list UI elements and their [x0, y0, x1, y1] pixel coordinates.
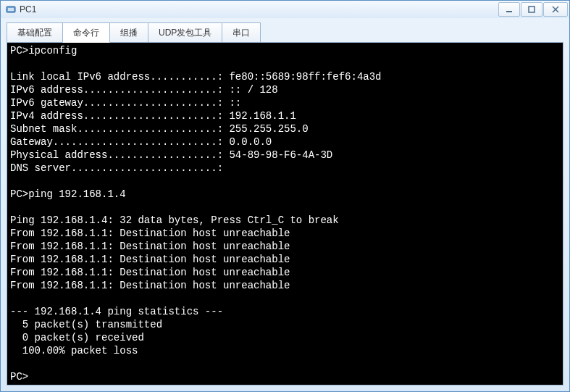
- maximize-icon: [528, 6, 535, 13]
- tab-label: 串口: [232, 27, 250, 39]
- terminal-line: DNS server........................:: [10, 162, 223, 174]
- terminal-line: Gateway...........................: 0.0.…: [10, 136, 272, 148]
- minimize-button[interactable]: [498, 2, 520, 17]
- terminal-line: From 192.168.1.1: Destination host unrea…: [10, 267, 290, 278]
- tab-basic-config[interactable]: 基础配置: [7, 22, 63, 43]
- svg-rect-1: [8, 8, 14, 11]
- window-controls: [498, 2, 568, 17]
- terminal-line: Physical address..................: 54-8…: [10, 149, 332, 161]
- terminal-line: From 192.168.1.1: Destination host unrea…: [10, 280, 290, 291]
- app-icon: [5, 4, 17, 15]
- tab-udp-tool[interactable]: UDP发包工具: [148, 22, 222, 43]
- terminal-line: From 192.168.1.1: Destination host unrea…: [10, 254, 290, 265]
- app-window: PC1 基础配置 命令行 组播 UDP发包工具 串口 PC>ipconfig L…: [0, 0, 570, 392]
- terminal-line: Subnet mask.......................: 255.…: [10, 123, 309, 135]
- minimize-icon: [506, 6, 513, 13]
- terminal-line: --- 192.168.1.4 ping statistics ---: [10, 306, 223, 317]
- close-icon: [552, 6, 559, 13]
- tab-bar: 基础配置 命令行 组播 UDP发包工具 串口: [7, 22, 563, 43]
- terminal-line: From 192.168.1.1: Destination host unrea…: [10, 241, 290, 252]
- client-area: 基础配置 命令行 组播 UDP发包工具 串口 PC>ipconfig Link …: [1, 18, 569, 391]
- window-title: PC1: [20, 4, 498, 14]
- tab-command-line[interactable]: 命令行: [62, 22, 110, 43]
- terminal-line: PC>: [10, 371, 28, 383]
- terminal-line: 0 packet(s) received: [10, 332, 144, 343]
- titlebar[interactable]: PC1: [1, 1, 569, 18]
- terminal-panel: PC>ipconfig Link local IPv6 address.....…: [7, 42, 563, 385]
- tab-label: 组播: [120, 27, 138, 39]
- terminal-line: PC>ping 192.168.1.4: [10, 188, 126, 200]
- close-button[interactable]: [543, 2, 568, 17]
- maximize-button[interactable]: [521, 2, 542, 17]
- tab-label: 基础配置: [17, 27, 52, 39]
- svg-rect-3: [529, 7, 535, 12]
- terminal-line: IPv6 address......................: :: /…: [10, 84, 278, 96]
- tab-label: UDP发包工具: [159, 27, 211, 39]
- terminal-output[interactable]: PC>ipconfig Link local IPv6 address.....…: [7, 43, 563, 385]
- tab-serial[interactable]: 串口: [222, 22, 261, 43]
- terminal-line: From 192.168.1.1: Destination host unrea…: [10, 228, 290, 239]
- tab-label: 命令行: [73, 27, 99, 39]
- terminal-line: IPv4 address......................: 192.…: [10, 110, 296, 122]
- terminal-line: 5 packet(s) transmitted: [10, 319, 162, 330]
- terminal-line: Ping 192.168.1.4: 32 data bytes, Press C…: [10, 214, 339, 226]
- terminal-line: Link local IPv6 address...........: fe80…: [10, 71, 381, 83]
- terminal-line: IPv6 gateway......................: ::: [10, 97, 241, 109]
- terminal-line: PC>ipconfig: [10, 45, 77, 57]
- terminal-line: 100.00% packet loss: [10, 345, 138, 356]
- tab-multicast[interactable]: 组播: [109, 22, 148, 43]
